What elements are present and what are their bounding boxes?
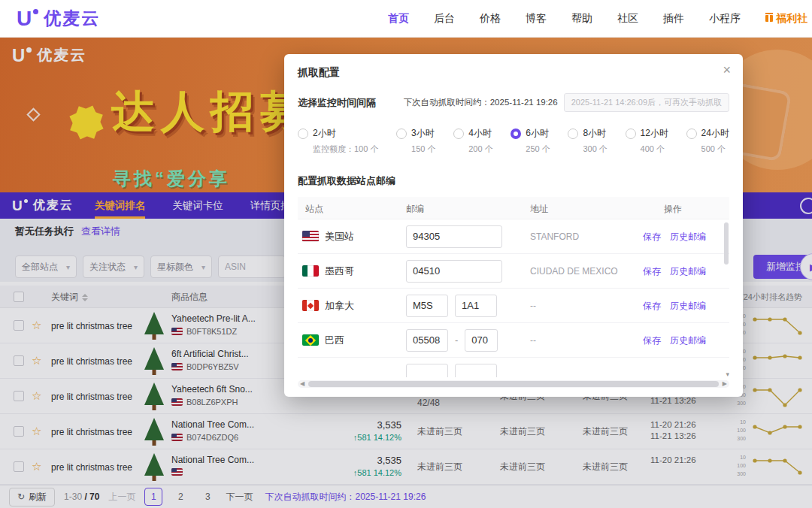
history-zip-link[interactable]: 历史邮编 bbox=[670, 299, 706, 312]
capture-config-modal: 抓取配置 × 选择监控时间间隔 下次自动抓取时间约：2025-11-21 19:… bbox=[284, 54, 743, 397]
nav-item-promo[interactable]: 福利社 bbox=[765, 12, 807, 26]
radio-icon bbox=[568, 129, 578, 139]
interval-option[interactable]: 2小时 监控额度：100 个 bbox=[298, 127, 378, 155]
scrollbar-thumb[interactable] bbox=[724, 222, 729, 265]
zip-input[interactable] bbox=[455, 364, 497, 378]
zip-input[interactable] bbox=[406, 364, 448, 378]
radio-icon bbox=[453, 129, 464, 139]
nav-item-home[interactable]: 首页 bbox=[388, 12, 409, 26]
interval-option[interactable]: 24小时 500 个 bbox=[686, 127, 729, 155]
interval-option[interactable]: 12小时 400 个 bbox=[626, 127, 668, 155]
zip-input[interactable] bbox=[406, 225, 502, 248]
interval-section-label: 选择监控时间间隔 bbox=[298, 96, 376, 110]
brand[interactable]: U 优麦云 bbox=[17, 7, 100, 30]
recapture-note: 2025-11-21 14:26:09后，可再次手动抓取 bbox=[564, 93, 729, 112]
zipcode-row-br: 巴西 - -- 保存 历史邮编 bbox=[298, 323, 729, 358]
nav-item-help[interactable]: 帮助 bbox=[571, 12, 592, 26]
zip-address: STANFORD bbox=[530, 231, 579, 242]
radio-icon bbox=[396, 129, 407, 139]
interval-option[interactable]: 3小时 150 个 bbox=[396, 127, 435, 155]
zip-address: -- bbox=[530, 335, 536, 346]
interval-option[interactable]: 4小时 200 个 bbox=[453, 127, 492, 155]
gift-icon bbox=[765, 15, 773, 22]
nav-item-pricing[interactable]: 价格 bbox=[480, 12, 501, 26]
nav-item-plugin[interactable]: 插件 bbox=[663, 12, 684, 26]
save-link[interactable]: 保存 bbox=[643, 265, 661, 277]
zip-input[interactable] bbox=[465, 329, 498, 352]
history-zip-link[interactable]: 历史邮编 bbox=[670, 230, 706, 243]
zip-address: -- bbox=[530, 301, 536, 311]
nav-item-backend[interactable]: 后台 bbox=[434, 12, 455, 26]
radio-icon bbox=[511, 129, 521, 139]
zip-input[interactable] bbox=[455, 295, 497, 317]
zipcode-table: 站点 邮编 地址 操作 美国站 STANFORD 保存 历史邮编 墨西哥 CIU… bbox=[298, 197, 729, 377]
horizontal-scrollbar[interactable]: ◀ ▶ bbox=[298, 380, 729, 388]
top-navbar: U 优麦云 首页 后台 价格 博客 帮助 社区 插件 小程序 福利社 bbox=[0, 0, 812, 38]
zip-input[interactable] bbox=[406, 295, 448, 317]
zipcode-row-mx: 墨西哥 CIUDAD DE MEXICO 保存 历史邮编 bbox=[298, 254, 729, 289]
mx-flag-icon bbox=[302, 265, 319, 277]
scroll-down-icon[interactable]: ▾ bbox=[726, 370, 729, 377]
vertical-scrollbar[interactable]: ▾ bbox=[723, 219, 729, 377]
zip-input[interactable] bbox=[406, 329, 448, 352]
zipcode-row-us: 美国站 STANFORD 保存 历史邮编 bbox=[298, 219, 729, 254]
us-flag-icon bbox=[302, 231, 319, 242]
scroll-right-icon[interactable]: ▶ bbox=[723, 380, 727, 388]
zipcode-row-partial bbox=[298, 358, 729, 377]
save-link[interactable]: 保存 bbox=[643, 299, 661, 312]
modal-title: 抓取配置 bbox=[284, 54, 743, 80]
radio-icon bbox=[298, 129, 308, 139]
radio-icon bbox=[686, 129, 697, 139]
nav-item-community[interactable]: 社区 bbox=[617, 12, 638, 26]
modal-next-capture: 下次自动抓取时间约：2025-11-21 19:26 bbox=[404, 97, 558, 108]
close-icon[interactable]: × bbox=[723, 63, 731, 77]
scroll-left-icon[interactable]: ◀ bbox=[300, 380, 304, 388]
history-zip-link[interactable]: 历史邮编 bbox=[670, 265, 706, 277]
br-flag-icon bbox=[302, 334, 319, 346]
save-link[interactable]: 保存 bbox=[643, 230, 661, 243]
zipcode-section-label: 配置抓取数据站点邮编 bbox=[298, 174, 729, 188]
scrollbar-thumb[interactable] bbox=[308, 381, 719, 387]
brand-logo-icon: U bbox=[17, 8, 38, 29]
ca-flag-icon bbox=[302, 300, 319, 311]
brand-name: 优麦云 bbox=[44, 7, 100, 30]
interval-option[interactable]: 6小时 250 个 bbox=[511, 127, 550, 155]
zipcode-table-header: 站点 邮编 地址 操作 bbox=[298, 197, 729, 219]
nav-item-miniapp[interactable]: 小程序 bbox=[709, 12, 741, 26]
nav-item-blog[interactable]: 博客 bbox=[526, 12, 547, 26]
interval-option[interactable]: 8小时 300 个 bbox=[568, 127, 607, 155]
radio-icon bbox=[626, 129, 636, 139]
zip-address: CIUDAD DE MEXICO bbox=[530, 266, 618, 277]
zip-input[interactable] bbox=[406, 260, 502, 283]
save-link[interactable]: 保存 bbox=[643, 334, 661, 346]
zipcode-row-ca: 加拿大 -- 保存 历史邮编 bbox=[298, 289, 729, 323]
interval-options: 2小时 监控额度：100 个 3小时 150 个 4小时 200 个 6小时 2… bbox=[298, 127, 729, 155]
history-zip-link[interactable]: 历史邮编 bbox=[670, 334, 706, 346]
zip-separator: - bbox=[455, 334, 458, 346]
nav-items: 首页 后台 价格 博客 帮助 社区 插件 小程序 福利社 bbox=[388, 12, 807, 26]
